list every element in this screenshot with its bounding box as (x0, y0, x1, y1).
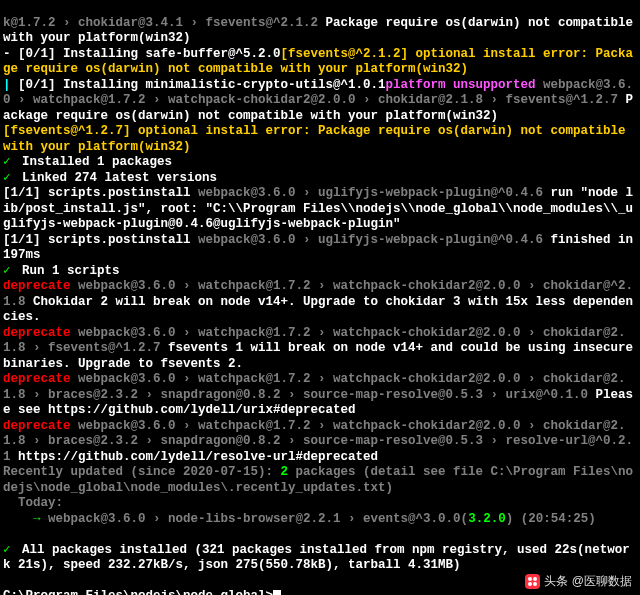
paren: ( (461, 512, 469, 526)
cursor (273, 590, 281, 595)
paren: ) (506, 512, 521, 526)
check-icon (3, 171, 15, 185)
check-icon (3, 264, 15, 278)
terminal-output[interactable]: k@1.7.2 › chokidar@3.4.1 › fsevents@^2.1… (0, 0, 640, 595)
timestamp: (20:54:25) (521, 512, 596, 526)
toutiao-icon (525, 574, 540, 589)
deprecate-msg: https://github.com/lydell/resolve-url#de… (18, 450, 378, 464)
pkg-chain: webpack@3.6.0 › node-libs-browser@2.2.1 … (48, 512, 461, 526)
recent-label: Recently updated (since 2020-07-15): (3, 465, 281, 479)
spinner: - (3, 47, 18, 61)
recent-count: 2 (281, 465, 289, 479)
postinstall-label: [1/1] scripts.postinstall (3, 233, 191, 247)
deprecate-label: deprecate (3, 419, 71, 433)
optional-error: [fsevents@^1.2.7] optional install error… (3, 124, 633, 154)
deprecate-label: deprecate (3, 326, 71, 340)
pkg-chain: webpack@3.6.0 › watchpack@1.7.2 › watchp… (3, 372, 626, 402)
pkg-chain: webpack@3.6.0 › uglifyjs-webpack-plugin@… (191, 186, 551, 200)
platform-unsupported: platform unsupported (386, 78, 536, 92)
install-progress: [0/1] Installing minimalistic-crypto-uti… (18, 78, 386, 92)
pkg-chain: k@1.7.2 › chokidar@3.4.1 › fsevents@^2.1… (3, 16, 326, 30)
spinner: | (3, 78, 18, 92)
deprecate-label: deprecate (3, 372, 71, 386)
new-version: 3.2.0 (468, 512, 506, 526)
postinstall-label: [1/1] scripts.postinstall (3, 186, 191, 200)
watermark-text: 头条 @医聊数据 (544, 574, 632, 590)
deprecate-label: deprecate (3, 279, 71, 293)
watermark: 头条 @医聊数据 (525, 574, 632, 590)
today-label: Today: (3, 496, 63, 510)
scripts-msg: Run 1 scripts (15, 264, 120, 278)
linked-msg: Linked 274 latest versions (15, 171, 218, 185)
pkg-chain: webpack@3.6.0 › uglifyjs-webpack-plugin@… (191, 233, 551, 247)
prompt[interactable]: C:\Program Files\nodejs\node_global> (3, 589, 273, 595)
check-icon (3, 543, 15, 557)
arrow-icon: → (3, 512, 48, 526)
check-icon (3, 155, 15, 169)
install-progress: [0/1] Installing safe-buffer@^5.2.0 (18, 47, 281, 61)
installed-msg: Installed 1 packages (15, 155, 173, 169)
summary-msg: All packages installed (321 packages ins… (3, 543, 630, 573)
deprecate-msg: Chokidar 2 will break on node v14+. Upgr… (3, 295, 633, 325)
